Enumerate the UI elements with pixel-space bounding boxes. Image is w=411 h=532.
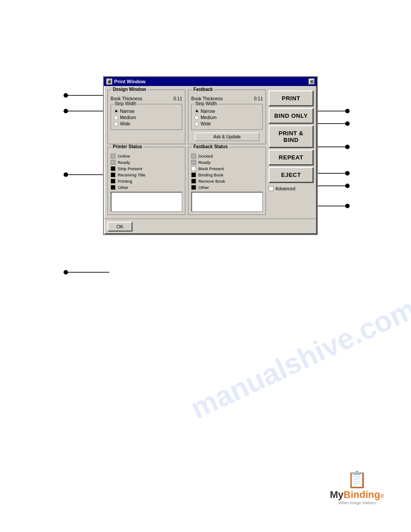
design-thickness-label: Book Thickness — [111, 96, 142, 101]
printer-status-panel: Printer Status Online Ready Strip Presen… — [107, 147, 185, 215]
fastback-medium-radio[interactable] — [194, 116, 199, 120]
fastback-narrow-option[interactable]: Narrow — [194, 109, 260, 114]
print-button[interactable]: PRINT — [269, 90, 313, 106]
watermark: manualshive.com — [185, 292, 411, 425]
fastback-status-title: Fastback Status — [192, 144, 229, 149]
printer-status-textarea — [111, 192, 182, 212]
printer-printing: Printing — [111, 179, 182, 184]
advanced-label: Advanced — [275, 186, 295, 191]
fastback-wide-option[interactable]: Wide — [194, 121, 260, 126]
fastback-other-cb — [191, 185, 196, 190]
printer-printing-cb — [111, 179, 116, 184]
mybinding-logo: 📋 MyBinding® When Image Matters — [330, 470, 384, 505]
design-medium-radio[interactable] — [114, 116, 118, 120]
fastback-ready: Ready — [191, 160, 263, 165]
fastback-narrow-label: Narrow — [201, 109, 215, 114]
fastback-thickness-label: Book Thickness — [191, 96, 223, 101]
advanced-option[interactable]: Advanced — [269, 186, 313, 191]
title-bar: 🖨 Print Window ✕ — [104, 77, 317, 86]
design-narrow-option[interactable]: Narrow — [114, 109, 179, 114]
svg-point-6 — [64, 270, 68, 275]
fastback-wide-label: Wide — [201, 121, 211, 126]
right-buttons: PRINT BIND ONLY PRINT & BIND REPEAT EJEC… — [269, 90, 313, 215]
repeat-button[interactable]: REPEAT — [269, 150, 313, 165]
eject-button[interactable]: EJECT — [269, 167, 313, 183]
svg-point-18 — [345, 204, 350, 208]
top-panels: Design Window Book Thickness 0.11 Strip … — [107, 90, 266, 144]
printer-ready: Ready — [111, 160, 182, 165]
design-wide-radio[interactable] — [114, 122, 118, 126]
window-icon: 🖨 — [106, 78, 112, 85]
print-window-dialog: 🖨 Print Window ✕ Design Window Book Thic… — [103, 76, 318, 235]
design-thickness-value: 0.11 — [174, 96, 182, 101]
fastback-docked-cb — [191, 154, 196, 159]
fastback-strip-width-label: Strip Width — [194, 101, 218, 106]
svg-point-12 — [345, 145, 350, 149]
design-strip-width-group: Strip Width Narrow Medium Wide — [111, 104, 182, 130]
printer-other-cb — [111, 185, 116, 190]
fastback-status-textarea — [191, 192, 263, 212]
fastback-medium-label: Medium — [201, 115, 217, 120]
fastback-remove-book: Remove Book — [191, 179, 263, 184]
dialog-footer: OK — [104, 219, 317, 234]
left-panels: Design Window Book Thickness 0.11 Strip … — [107, 90, 266, 215]
printer-ready-cb — [111, 160, 116, 165]
print-bind-button[interactable]: PRINT & BIND — [269, 125, 313, 148]
fastback-panel: Fastback Book Thickness 0.11 Strip Width… — [188, 90, 266, 144]
fastback-panel-title: Fastback — [192, 87, 214, 92]
printer-other: Other — [111, 185, 182, 190]
fastback-ready-cb — [191, 160, 196, 165]
title-bar-left: 🖨 Print Window — [106, 78, 146, 85]
fastback-book-present: Book Present — [191, 166, 263, 171]
svg-point-16 — [345, 184, 350, 188]
fastback-book-present-cb — [191, 166, 196, 171]
svg-point-4 — [64, 172, 68, 177]
printer-online-cb — [111, 154, 116, 159]
svg-point-0 — [64, 93, 68, 98]
fastback-thickness-value: 0.11 — [254, 96, 263, 101]
window-title: Print Window — [114, 79, 146, 84]
fastback-remove-book-cb — [191, 179, 196, 184]
printer-strip-present-cb — [111, 166, 116, 171]
design-narrow-radio[interactable] — [114, 109, 118, 114]
svg-point-14 — [345, 171, 350, 176]
fastback-docked: Docked — [191, 154, 263, 159]
ok-button[interactable]: OK — [107, 222, 133, 232]
mybinding-brand: MyBinding® — [330, 489, 384, 501]
bind-only-button[interactable]: BIND ONLY — [269, 108, 313, 124]
design-panel-title: Design Window — [111, 87, 147, 92]
fastback-other: Other — [191, 185, 263, 190]
advanced-checkbox[interactable] — [269, 186, 274, 191]
fastback-status-panel: Fastback Status Docked Ready Book Presen… — [188, 147, 266, 215]
svg-point-2 — [64, 109, 68, 113]
printer-online: Online — [111, 154, 182, 159]
fastback-strip-width-group: Strip Width Narrow Medium Wide — [191, 104, 263, 130]
design-panel: Design Window Book Thickness 0.11 Strip … — [107, 90, 185, 144]
mybinding-icon: 📋 — [330, 470, 384, 489]
bottom-panels: Printer Status Online Ready Strip Presen… — [107, 147, 266, 215]
fastback-narrow-radio[interactable] — [194, 109, 199, 114]
printer-status-title: Printer Status — [111, 144, 144, 149]
fastback-wide-radio[interactable] — [194, 122, 199, 126]
printer-receiving-title: Receiving Title — [111, 172, 182, 177]
design-wide-option[interactable]: Wide — [114, 121, 179, 126]
design-thickness-row: Book Thickness 0.11 — [111, 96, 182, 101]
printer-strip-present: Strip Present — [111, 166, 182, 171]
dialog-content: Design Window Book Thickness 0.11 Strip … — [104, 86, 317, 219]
svg-point-8 — [345, 109, 350, 113]
mybinding-tagline: When Image Matters — [330, 501, 384, 505]
design-narrow-label: Narrow — [120, 109, 134, 114]
fastback-binding-book-cb — [191, 172, 196, 177]
fastback-medium-option[interactable]: Medium — [194, 115, 260, 120]
design-medium-label: Medium — [120, 115, 136, 120]
fastback-thickness-row: Book Thickness 0.11 — [191, 96, 263, 101]
design-strip-width-label: Strip Width — [114, 101, 137, 106]
design-medium-option[interactable]: Medium — [114, 115, 179, 120]
fastback-binding-book: Binding Book — [191, 172, 263, 177]
design-wide-label: Wide — [120, 121, 130, 126]
ask-update-button[interactable]: Ask & Update — [195, 133, 259, 141]
printer-receiving-title-cb — [111, 172, 116, 177]
svg-point-10 — [345, 121, 350, 126]
close-button[interactable]: ✕ — [308, 78, 315, 85]
